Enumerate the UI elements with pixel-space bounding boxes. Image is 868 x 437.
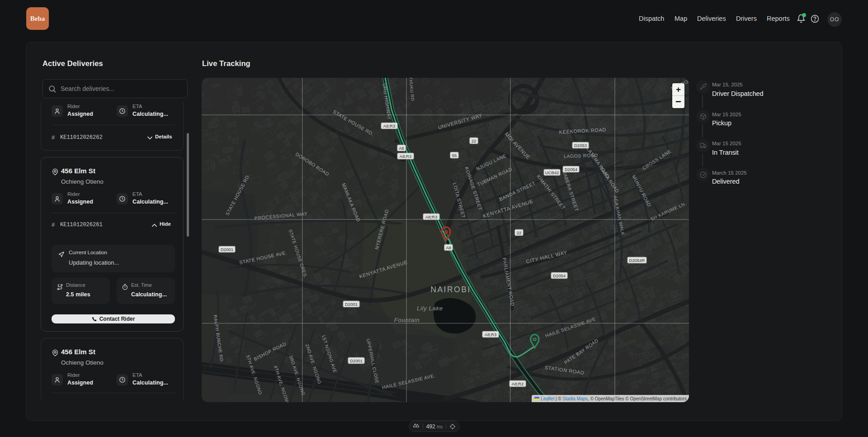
svg-text:UCB42: UCB42: [545, 170, 559, 175]
svg-text:A8;R3: A8;R3: [425, 214, 437, 219]
svg-text:NAIROBI: NAIROBI: [430, 285, 471, 294]
svg-text:D2053: D2053: [574, 143, 587, 148]
svg-text:A8: A8: [446, 245, 451, 250]
svg-text:22: 22: [517, 230, 522, 235]
svg-text:D2001: D2001: [350, 358, 363, 363]
svg-text:A8: A8: [399, 146, 404, 151]
svg-text:55: 55: [452, 153, 457, 158]
svg-text:A8;R3: A8;R3: [400, 154, 411, 159]
svg-text:Lily Lake: Lily Lake: [417, 305, 443, 312]
svg-text:D2001: D2001: [221, 247, 233, 252]
svg-text:A8;R3: A8;R3: [383, 124, 395, 128]
svg-text:A8;R2: A8;R2: [512, 381, 524, 386]
svg-text:Fountain: Fountain: [394, 317, 420, 323]
svg-text:22: 22: [472, 138, 476, 143]
svg-text:A8;R3: A8;R3: [485, 332, 496, 337]
svg-text:D2001: D2001: [345, 302, 358, 307]
svg-text:D2054: D2054: [565, 167, 577, 172]
svg-text:D2054: D2054: [553, 273, 566, 278]
svg-text:D2054R: D2054R: [629, 258, 645, 263]
